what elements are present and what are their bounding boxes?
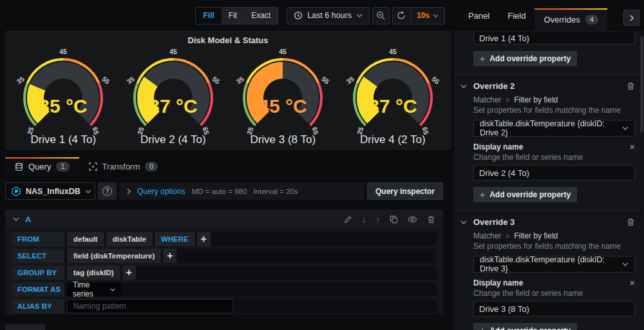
from-label: FROM	[12, 232, 64, 246]
collapse-pane-button[interactable]	[623, 10, 639, 26]
remove-property-close-icon[interactable]: ×	[629, 279, 635, 287]
alias-by-row: ALIAS BY	[12, 299, 437, 313]
gauge-value: 45 °C	[259, 95, 307, 117]
chevron-down-icon	[622, 262, 629, 266]
select-label: SELECT	[12, 249, 64, 263]
tab-field[interactable]: Field	[498, 0, 535, 31]
refresh-interval-dropdown[interactable]: 10s	[410, 8, 444, 24]
active-tab-gradient	[5, 157, 79, 159]
duplicate-query-icon[interactable]	[390, 215, 398, 224]
chevron-down-icon[interactable]	[460, 84, 473, 88]
active-tab-gradient	[535, 8, 607, 10]
group-by-tag-segment[interactable]: tag (diskID)	[67, 266, 120, 280]
from-policy-segment[interactable]: default	[67, 232, 104, 246]
tab-transform[interactable]: Transform 0	[79, 157, 168, 176]
query-header-row: A ↓ ↑	[5, 209, 443, 229]
chevron-right-icon: >	[506, 97, 509, 104]
datasource-name: NAS_InfluxDB	[26, 187, 80, 196]
format-as-dropdown[interactable]: Time series	[67, 282, 121, 296]
add-override-property-button[interactable]: +Add override property	[473, 187, 577, 202]
query-options-toggle[interactable]: Query options MD = auto = 980 Interval =…	[119, 182, 365, 200]
svg-text:35: 35	[234, 75, 245, 86]
remove-property-close-icon[interactable]: ×	[629, 143, 635, 151]
query-options-interval: Interval = 20s	[253, 188, 298, 195]
override2-field-select[interactable]: diskTable.diskTemperature {diskID: Drive…	[473, 120, 635, 137]
query-editor-card: A ↓ ↑ FROM default diskTable WHERE + SEL…	[5, 209, 443, 315]
matcher-row: Matcher > Filter by field	[473, 231, 635, 240]
datasource-help-button[interactable]: ?	[98, 182, 117, 200]
svg-text:45: 45	[59, 48, 67, 55]
group-by-row: GROUP BY tag (diskID) +	[12, 266, 437, 280]
property-description: Change the field or series name	[473, 153, 635, 162]
display-name-property-row: Display name ×	[473, 142, 635, 151]
override3-field-select[interactable]: diskTable.diskTemperature {diskID: Drive…	[473, 256, 635, 273]
time-range-picker[interactable]: Last 6 hours	[287, 7, 370, 24]
where-segment[interactable]: WHERE	[155, 232, 195, 246]
override3-display-name-input[interactable]: Drive 3 (8 To)	[473, 301, 635, 316]
override-title: Override 3	[473, 217, 515, 227]
magnifier-minus-icon	[376, 11, 385, 20]
disk-status-panel: Disk Model & Status 2535455565 35 °C Dri…	[5, 31, 451, 150]
row-filler	[138, 266, 437, 280]
query-transform-tabs: Query 1 Transform 0	[5, 157, 167, 176]
display-name-property-row: Display name ×	[473, 278, 635, 287]
from-measurement-segment[interactable]: diskTable	[106, 232, 153, 246]
gauge-arc: 2535455565 37 °C	[122, 48, 225, 135]
plus-icon: +	[480, 189, 485, 200]
row-filler	[213, 232, 437, 246]
scrollbar-thumb[interactable]	[640, 36, 643, 133]
add-group-by-button[interactable]: +	[122, 266, 136, 280]
add-override-property-button[interactable]: +Add override property	[473, 51, 577, 66]
chevron-down-icon	[622, 126, 629, 130]
delete-query-trash-icon[interactable]	[427, 215, 435, 224]
delete-override-trash-icon[interactable]	[627, 218, 635, 226]
format-as-value: Time series	[73, 280, 110, 298]
query-inspector-button[interactable]: Query inspector	[367, 182, 443, 200]
display-mode-group: Fill Fit Exact	[195, 7, 278, 24]
chevron-down-icon	[356, 14, 363, 17]
disable-query-eye-icon[interactable]	[408, 216, 417, 223]
gauge: 2535455565 37 °C Drive 4 (2 To)	[338, 48, 448, 146]
override1-display-name-input[interactable]: Drive 1 (4 To)	[473, 32, 635, 44]
add-where-condition-button[interactable]: +	[197, 232, 211, 246]
chevron-down-icon[interactable]	[460, 220, 473, 224]
add-select-button[interactable]: +	[163, 249, 176, 263]
override-title: Override 2	[473, 81, 515, 91]
chevron-right-icon: >	[506, 233, 509, 240]
override2-display-name-input[interactable]: Drive 2 (4 To)	[473, 165, 635, 180]
transform-count-badge: 0	[145, 162, 158, 171]
matcher-description: Set properties for fields matching the n…	[473, 242, 635, 251]
add-query-button-partial[interactable]	[5, 324, 45, 330]
zoom-out-button[interactable]	[372, 7, 390, 24]
plus-icon: +	[480, 325, 485, 330]
alias-by-label: ALIAS BY	[12, 299, 64, 313]
collapse-query-chevron-icon[interactable]	[13, 217, 19, 221]
svg-text:45: 45	[389, 48, 397, 55]
fill-mode-button[interactable]: Fill	[196, 8, 221, 24]
chevron-down-icon	[85, 189, 91, 193]
format-as-row: FORMAT AS Time series	[12, 282, 437, 296]
fit-mode-button[interactable]: Fit	[222, 8, 244, 24]
datasource-picker[interactable]: NAS_InfluxDB	[5, 182, 95, 200]
move-query-down-icon[interactable]: ↓	[362, 215, 366, 224]
refresh-group: 10s	[392, 7, 445, 24]
query-options-label: Query options	[137, 187, 185, 196]
alias-by-input[interactable]	[67, 299, 233, 313]
gauge-title: Drive 4 (2 To)	[360, 133, 426, 146]
overrides-count-badge: 4	[585, 15, 598, 24]
move-query-up-icon[interactable]: ↑	[376, 215, 381, 224]
select-field-segment[interactable]: field (diskTemperature)	[67, 249, 161, 263]
gauge-title: Drive 2 (4 To)	[140, 133, 206, 146]
svg-text:55: 55	[320, 75, 331, 86]
gauge-value: 37 °C	[149, 95, 197, 117]
add-override-property-button[interactable]: +Add override property	[473, 323, 577, 330]
tab-panel[interactable]: Panel	[459, 0, 498, 31]
query-options-md: MD = auto = 980	[192, 188, 247, 195]
refresh-button[interactable]	[393, 8, 410, 24]
tab-query[interactable]: Query 1	[5, 157, 79, 176]
tab-overrides[interactable]: Overrides 4	[535, 8, 607, 31]
query-actions: ↓ ↑	[344, 215, 435, 224]
delete-override-trash-icon[interactable]	[627, 82, 635, 90]
edit-query-icon[interactable]	[344, 215, 352, 224]
exact-mode-button[interactable]: Exact	[244, 8, 278, 24]
